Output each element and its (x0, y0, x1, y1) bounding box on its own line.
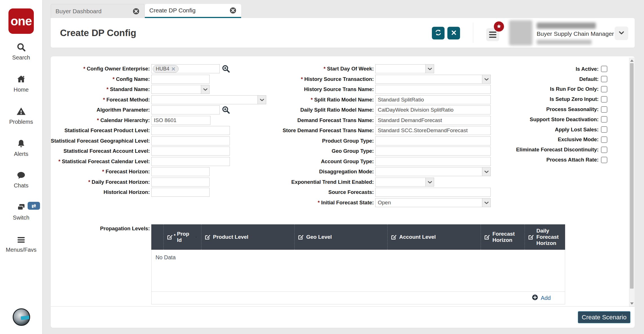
column-header-account-level[interactable]: Account Level (387, 224, 481, 250)
sidebar-item-alerts[interactable]: Alerts (0, 139, 42, 157)
sidebar-item-home[interactable]: Home (0, 74, 42, 93)
scroll-up-arrow[interactable] (630, 59, 634, 62)
process-seasonality-checkbox[interactable] (601, 106, 607, 113)
exponential-trend-limit-enabled-select[interactable] (375, 178, 434, 187)
split-ratio-model-name-input[interactable]: Standard SplitRatio (375, 95, 491, 104)
sidebar-item-chats[interactable]: Chats (0, 171, 42, 189)
process-attach-rate-checkbox[interactable] (601, 157, 607, 163)
chevron-down-icon[interactable] (201, 85, 209, 94)
column-header-product-level[interactable]: Product Level (201, 224, 294, 250)
field-label: *Split Ratio Model Name: (248, 97, 374, 103)
is-active-checkbox[interactable] (601, 66, 607, 72)
zoom-lookup-icon[interactable] (222, 65, 230, 73)
statistical-forecast-product-level-input[interactable] (151, 126, 230, 135)
historical-horizon-input[interactable] (151, 188, 210, 197)
field-label-text: Disaggregation Mode: (319, 169, 374, 175)
forecast-horizon-input[interactable] (151, 167, 210, 176)
demand-forecast-trans-name-input[interactable]: Standard DemandForecast (375, 116, 491, 125)
statistical-forecast-account-level-input[interactable] (151, 147, 230, 156)
statistical-forecast-geographical-level-input[interactable] (151, 136, 230, 145)
form-row: *Initial Forecast State:Open (248, 198, 491, 208)
table-header-row: *Prop IdProduct LevelGeo LevelAccount Le… (151, 224, 565, 250)
column-header-forecast-horizon[interactable]: Forecast Horizon (481, 224, 525, 250)
standard-name-select[interactable] (151, 85, 210, 94)
column-header-label: Product Level (213, 234, 248, 240)
form-row: Account Group Type: (248, 156, 491, 167)
history-source-transaction-select[interactable] (375, 75, 491, 84)
sidebar: one SearchHomeProblemsAlertsChatsSwitch⇄… (0, 0, 42, 334)
daily-split-ratio-model-name-input[interactable]: CalDayWeek Division SplitRatio (375, 105, 491, 114)
switch-icon (16, 203, 26, 213)
column-header-daily-forecast-horizon[interactable]: Daily Forecast Horizon (525, 224, 565, 250)
form-row: Daily Split Ratio Model Name:CalDayWeek … (248, 105, 491, 115)
column-header-geo-level[interactable]: Geo Level (294, 224, 387, 250)
daily-forecast-horizon-input[interactable] (151, 178, 210, 187)
initial-forecast-state-select[interactable]: Open (375, 198, 491, 207)
checkbox-row: Support Store Deactivation: (486, 114, 607, 125)
product-group-type-input[interactable] (375, 136, 491, 145)
start-day-of-week-select[interactable] (375, 64, 434, 73)
geo-group-type-input[interactable] (375, 147, 491, 156)
sidebar-item-menus-favs[interactable]: Menus/Favs (0, 236, 42, 253)
disaggregation-mode-select[interactable] (375, 167, 491, 176)
input-value: Standard SCC.StoreDemandForecast (376, 127, 468, 134)
field-label: Historical Horizon: (51, 189, 150, 195)
default-checkbox[interactable] (601, 76, 607, 82)
assistant-robot-icon[interactable] (13, 308, 30, 326)
scrollbar-thumb[interactable] (630, 63, 634, 289)
column-header-label: Account Level (399, 234, 436, 240)
chip-remove-icon[interactable] (171, 67, 176, 71)
config-owner-enterprise-input[interactable]: HUB4 (151, 64, 220, 73)
create-scenario-button[interactable]: Create Scenario (578, 311, 630, 323)
source-forecasts-input[interactable] (375, 188, 491, 197)
sidebar-item-problems[interactable]: Problems (0, 107, 42, 125)
favorites-badge-icon[interactable] (494, 21, 504, 32)
algorithm-parameter-input[interactable] (151, 105, 220, 114)
exclusive-mode-checkbox[interactable] (601, 136, 607, 143)
support-store-deactivation-checkbox[interactable] (601, 116, 607, 123)
add-row-button[interactable]: Add (532, 294, 551, 302)
account-group-type-input[interactable] (375, 157, 491, 166)
history-source-trans-name-input[interactable] (375, 85, 491, 94)
chevron-down-icon[interactable] (425, 178, 434, 186)
field-label-text: Statistical Forecast Account Level: (63, 148, 150, 154)
tab-close-icon[interactable] (132, 8, 140, 15)
zoom-lookup-icon[interactable] (222, 106, 230, 114)
field-label-text: History Source Transaction: (304, 76, 374, 82)
close-screen-button[interactable] (447, 27, 460, 39)
required-asterisk: * (311, 97, 313, 103)
user-menu-button[interactable] (615, 26, 628, 40)
chevron-down-icon[interactable] (482, 167, 490, 176)
tab-buyer-dashboard[interactable]: Buyer Dashboard (51, 4, 145, 18)
store-demand-forecast-trans-name-input[interactable]: Standard SCC.StoreDemandForecast (375, 126, 491, 135)
column-header-prop-id[interactable]: *Prop Id (163, 224, 201, 250)
propagation-levels-table: *Prop IdProduct LevelGeo LevelAccount Le… (151, 224, 565, 304)
field-label-text: Exponential Trend Limit Enabled: (291, 179, 374, 185)
chevron-down-icon[interactable] (482, 198, 490, 207)
apply-lost-sales-checkbox[interactable] (601, 126, 607, 133)
form-scrollbar[interactable] (629, 58, 634, 306)
form-row: *Forecast Horizon: (51, 167, 266, 177)
form-left-column: *Config Owner Enterprise:HUB4*Config Nam… (51, 64, 266, 198)
calendar-hierarchy-input[interactable]: ISO 8601 (151, 116, 210, 125)
swap-icon[interactable]: ⇄ (28, 202, 40, 210)
one-network-logo[interactable]: one (8, 8, 34, 34)
checkbox-label: Process Seasonality: (486, 106, 599, 112)
config-name-input[interactable] (151, 75, 210, 84)
eliminate-forecast-discontinuity-checkbox[interactable] (601, 147, 607, 153)
is-setup-zero-input-checkbox[interactable] (601, 96, 607, 103)
field-label: *Config Name: (51, 76, 150, 82)
sidebar-item-search[interactable]: Search (0, 42, 42, 61)
tab-close-icon[interactable] (229, 7, 237, 14)
sidebar-item-switch[interactable]: Switch⇄ (0, 203, 42, 221)
selected-chip[interactable]: HUB4 (153, 65, 179, 73)
checkbox-row: Is Setup Zero Input: (486, 94, 607, 104)
scroll-down-arrow[interactable] (630, 302, 634, 305)
statistical-forecast-calendar-level-input[interactable] (151, 157, 230, 166)
refresh-button[interactable] (432, 27, 445, 39)
field-label: Account Group Type: (248, 158, 374, 165)
tab-create-dp-config[interactable]: Create DP Config (145, 4, 241, 18)
is-run-for-dc-only-checkbox[interactable] (601, 86, 607, 92)
chevron-down-icon[interactable] (425, 65, 434, 73)
checkbox-label: Exclusive Mode: (486, 136, 599, 143)
